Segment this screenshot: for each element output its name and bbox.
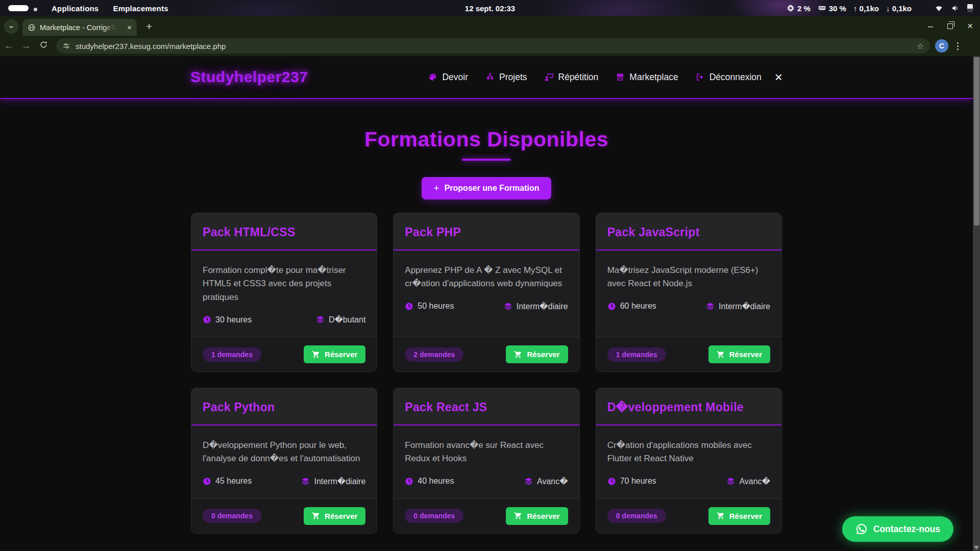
nav-item-repetition[interactable]: Répétition xyxy=(545,72,599,83)
browser-tabstrip: ⌄ Marketplace - CorrigeTes × + – × xyxy=(0,16,980,36)
demandes-badge: 0 demandes xyxy=(405,509,463,523)
card-title: Pack React JS xyxy=(405,400,568,414)
nav-item-marketplace[interactable]: Marketplace xyxy=(616,72,678,83)
page-title: Formations Disponibles xyxy=(0,128,973,152)
reserver-button[interactable]: Réserver xyxy=(506,345,568,363)
card-description: D�veloppement Python pour le web, l'anal… xyxy=(203,439,365,466)
formation-card: Pack React JS Formation avanc�e sur Reac… xyxy=(393,388,579,534)
reserver-button[interactable]: Réserver xyxy=(304,345,365,363)
forward-button[interactable]: → xyxy=(17,40,35,52)
window-minimize-button[interactable]: – xyxy=(928,21,933,32)
scrollbar-thumb[interactable] xyxy=(974,57,979,226)
site-nav: Devoir Projets Répétition Marketplace Dé… xyxy=(428,72,761,83)
whatsapp-contact-button[interactable]: Contactez-nous xyxy=(842,516,953,542)
back-button[interactable]: ← xyxy=(0,40,17,52)
card-hours: 70 heures xyxy=(620,477,656,486)
clock-icon xyxy=(405,477,413,486)
reload-button[interactable] xyxy=(35,40,52,52)
card-hours: 30 heures xyxy=(215,315,252,324)
cart-icon xyxy=(312,350,320,359)
sitemap-icon xyxy=(485,72,495,82)
store-icon xyxy=(616,72,625,82)
chalkboard-user-icon xyxy=(545,72,554,82)
reserver-button[interactable]: Réserver xyxy=(708,507,770,525)
demandes-badge: 0 demandes xyxy=(203,509,261,523)
cart-icon xyxy=(717,512,725,520)
browser-menu-icon[interactable] xyxy=(951,42,964,50)
reserver-button[interactable]: Réserver xyxy=(304,507,365,525)
cart-icon xyxy=(312,512,320,520)
cart-icon xyxy=(717,350,725,359)
window-restore-button[interactable] xyxy=(947,23,953,29)
layers-icon xyxy=(301,477,310,486)
nav-item-devoir[interactable]: Devoir xyxy=(428,72,468,83)
card-title: Pack JavaScript xyxy=(607,226,770,239)
battery-icon[interactable] xyxy=(967,4,973,12)
card-level: Interm�diaire xyxy=(517,302,568,311)
card-description: Formation avanc�e sur React avec Redux e… xyxy=(405,439,568,466)
scrollbar-down-arrow[interactable] xyxy=(974,546,979,549)
card-hours: 60 heures xyxy=(620,302,656,311)
menu-close-icon[interactable]: × xyxy=(775,70,782,84)
clock[interactable]: 12 sept. 02:33 xyxy=(0,4,980,13)
whatsapp-icon xyxy=(855,523,868,535)
formation-card: Pack HTML/CSS Formation compl�te pour ma… xyxy=(191,213,377,372)
nav-item-projets[interactable]: Projets xyxy=(485,72,527,83)
layers-icon xyxy=(316,315,325,324)
reload-icon xyxy=(39,40,48,49)
window-close-button[interactable]: × xyxy=(967,20,973,32)
page-content: Studyhelper237 Devoir Projets Répétition… xyxy=(0,56,973,551)
clock-icon xyxy=(203,477,211,486)
clock-icon xyxy=(203,315,211,324)
sign-out-icon xyxy=(696,72,705,82)
new-tab-button[interactable]: + xyxy=(146,20,152,33)
card-title: Pack HTML/CSS xyxy=(203,226,365,239)
cart-icon xyxy=(514,350,522,359)
card-description: Apprenez PHP de A � Z avec MySQL et cr�a… xyxy=(405,264,568,291)
clock-icon xyxy=(607,477,616,486)
browser-tab[interactable]: Marketplace - CorrigeTes × xyxy=(22,19,137,36)
site-logo[interactable]: Studyhelper237 xyxy=(190,68,308,86)
formation-card: Pack Python D�veloppement Python pour le… xyxy=(191,388,377,534)
globe-icon xyxy=(28,23,36,32)
site-header: Studyhelper237 Devoir Projets Répétition… xyxy=(0,56,973,99)
title-underline xyxy=(462,159,511,161)
layers-icon xyxy=(706,302,715,311)
card-hours: 40 heures xyxy=(418,477,454,486)
tab-title: Marketplace - CorrigeTes xyxy=(40,23,116,32)
card-level: Avanc� xyxy=(537,477,568,486)
site-settings-icon[interactable] xyxy=(62,42,70,50)
plus-icon: + xyxy=(434,183,439,194)
card-description: Ma�trisez JavaScript moderne (ES6+) avec… xyxy=(607,264,770,291)
card-description: Cr�ation d'applications mobiles avec Flu… xyxy=(607,439,770,466)
formation-card: D�veloppement Mobile Cr�ation d'applicat… xyxy=(596,388,782,534)
system-top-bar: Applications Emplacements 12 sept. 02:33… xyxy=(0,0,980,16)
nav-item-deconnexion[interactable]: Déconnexion xyxy=(696,72,762,83)
card-title: D�veloppement Mobile xyxy=(607,400,770,414)
tab-close-icon[interactable]: × xyxy=(127,23,132,32)
card-level: Interm�diaire xyxy=(719,302,770,311)
demandes-badge: 1 demandes xyxy=(203,347,261,362)
reserver-button[interactable]: Réserver xyxy=(506,507,568,525)
card-level: D�butant xyxy=(329,315,365,324)
profile-avatar[interactable]: C xyxy=(935,39,948,53)
bookmark-star-icon[interactable]: ☆ xyxy=(917,41,924,51)
tab-search-button[interactable]: ⌄ xyxy=(4,19,18,34)
url-bar[interactable]: studyhelper237.kesug.com/marketplace.php… xyxy=(56,38,930,54)
card-hours: 45 heures xyxy=(215,477,252,486)
clock-icon xyxy=(405,302,413,311)
formation-card: Pack PHP Apprenez PHP de A � Z avec MySQ… xyxy=(393,213,579,372)
propose-formation-button[interactable]: + Proposer une Formation xyxy=(422,177,552,199)
layers-icon xyxy=(504,302,512,311)
demandes-badge: 0 demandes xyxy=(607,509,666,523)
page-scrollbar[interactable] xyxy=(973,56,980,551)
browser-toolbar: ← → studyhelper237.kesug.com/marketplace… xyxy=(0,36,980,56)
url-text[interactable]: studyhelper237.kesug.com/marketplace.php xyxy=(76,42,912,51)
card-level: Interm�diaire xyxy=(314,477,365,486)
demandes-badge: 1 demandes xyxy=(607,347,666,362)
layers-icon xyxy=(524,477,533,486)
card-description: Formation compl�te pour ma�triser HTML5 … xyxy=(203,264,365,304)
reserver-button[interactable]: Réserver xyxy=(708,345,770,363)
layers-icon xyxy=(726,477,735,486)
chevron-down-icon: ⌄ xyxy=(8,20,15,31)
